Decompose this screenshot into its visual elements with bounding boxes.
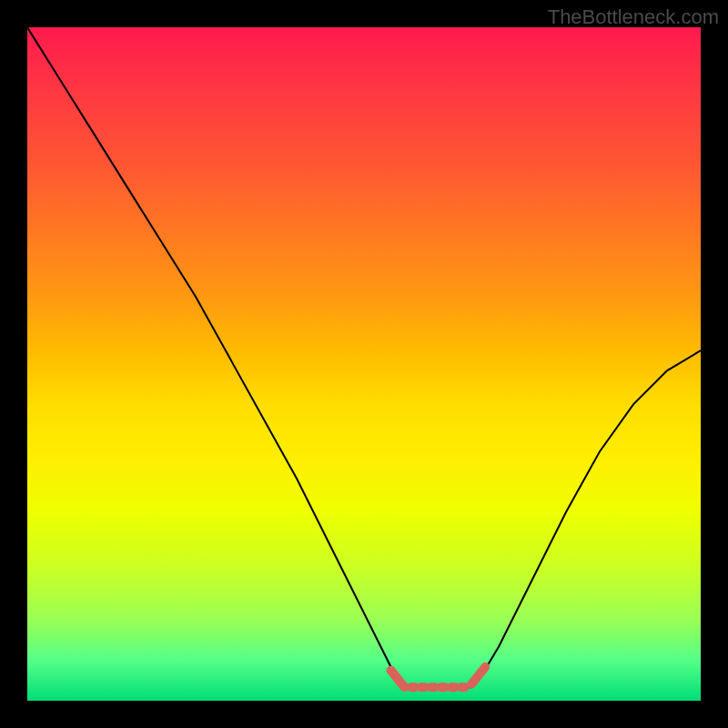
- optimal-segment-right: [471, 667, 485, 684]
- chart-container: TheBottleneck.com: [0, 0, 728, 728]
- bottleneck-curve: [27, 27, 701, 687]
- watermark-text: TheBottleneck.com: [548, 5, 719, 29]
- plot-area: [27, 27, 701, 701]
- chart-svg: [27, 27, 701, 701]
- optimal-segment-left: [391, 671, 405, 688]
